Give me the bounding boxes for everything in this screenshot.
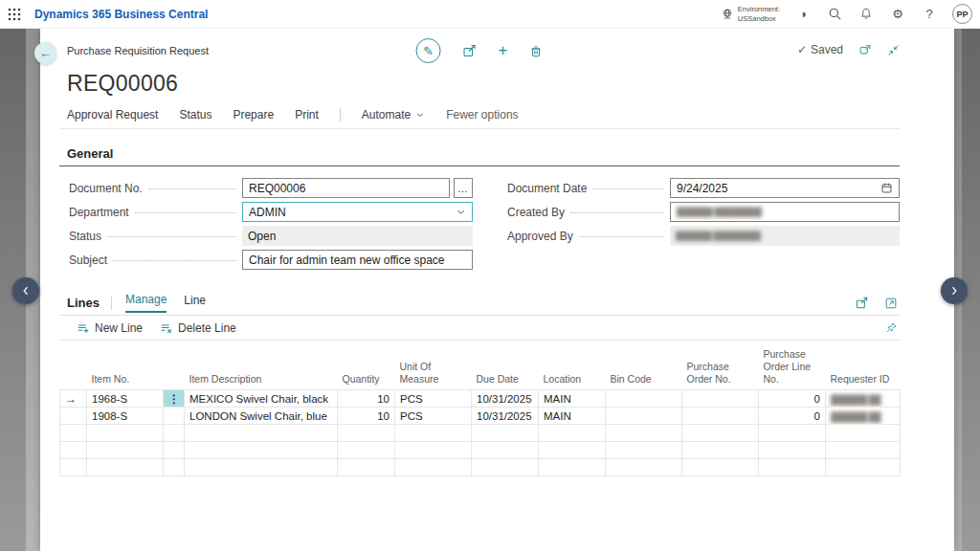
col-header-bin_code[interactable]: Bin Code [606, 346, 682, 390]
cell-selector[interactable] [60, 442, 87, 459]
notifications-icon[interactable] [858, 6, 875, 23]
cell-quantity[interactable]: 10 [338, 390, 395, 408]
cell-location[interactable] [539, 459, 606, 476]
cell-bin_code[interactable] [606, 459, 682, 476]
col-header-po_line_no[interactable]: Purchase Order Line No. [759, 346, 826, 390]
cell-description[interactable] [185, 425, 338, 442]
action-approval-request[interactable]: Approval Request [67, 108, 158, 121]
cell-quantity[interactable]: 10 [338, 408, 395, 425]
subject-input[interactable]: Chair for admin team new office space [242, 250, 473, 270]
cell-bin_code[interactable] [606, 390, 682, 408]
new-line-button[interactable]: New Line [77, 321, 143, 335]
cell-item_no[interactable] [87, 459, 164, 476]
open-in-new-window-icon[interactable] [858, 43, 872, 56]
col-header-uom[interactable]: Unit Of Measure [395, 346, 472, 390]
col-header-item_no[interactable]: Item No. [87, 346, 164, 390]
cell-requester_id[interactable]: ██████ ██ [826, 390, 901, 408]
cell-uom[interactable] [395, 442, 472, 459]
cell-po_line_no[interactable]: 0 [759, 408, 826, 425]
tab-line[interactable]: Line [184, 294, 206, 312]
search-icon[interactable] [826, 6, 843, 23]
col-header-requester_id[interactable]: Requester ID [826, 346, 901, 390]
cell-due_date[interactable]: 10/31/2025 [472, 408, 539, 425]
app-launcher-icon[interactable] [0, 0, 29, 29]
cell-uom[interactable] [395, 459, 472, 476]
cell-requester_id[interactable] [826, 425, 901, 442]
col-header-due_date[interactable]: Due Date [472, 346, 539, 390]
cell-description[interactable]: MEXICO Swivel Chair, black [185, 390, 338, 408]
table-row-empty[interactable] [60, 442, 901, 459]
back-button[interactable]: ← [34, 42, 56, 64]
copilot-icon[interactable]: ◑ [794, 6, 812, 23]
cell-po_line_no[interactable]: 0 [759, 390, 826, 408]
next-record-button[interactable] [941, 277, 968, 304]
cell-bin_code[interactable] [606, 425, 682, 442]
app-title[interactable]: Dynamics 365 Business Central [34, 8, 208, 21]
col-header-po_no[interactable]: Purchase Order No. [682, 346, 759, 390]
cell-options[interactable] [164, 459, 185, 476]
cell-due_date[interactable] [472, 459, 539, 476]
delete-button[interactable] [528, 44, 543, 58]
cell-po_no[interactable] [682, 442, 759, 459]
share-button[interactable] [462, 43, 478, 58]
cell-location[interactable]: MAIN [539, 390, 606, 408]
table-row-empty[interactable] [60, 459, 901, 476]
cell-uom[interactable] [395, 425, 472, 442]
cell-item_no[interactable] [87, 425, 164, 442]
cell-po_no[interactable] [682, 459, 759, 476]
share-lines-icon[interactable] [855, 296, 869, 310]
cell-item_no[interactable] [87, 442, 164, 459]
action-automate[interactable]: Automate [362, 108, 425, 121]
settings-icon[interactable]: ⚙ [889, 6, 906, 23]
new-button[interactable]: + [499, 41, 508, 60]
table-row-empty[interactable] [60, 425, 901, 442]
document-date-input[interactable]: 9/24/2025 [670, 178, 900, 198]
cell-po_no[interactable] [682, 425, 759, 442]
cell-quantity[interactable] [338, 442, 395, 459]
cell-due_date[interactable] [472, 442, 539, 459]
cell-po_line_no[interactable] [759, 459, 826, 476]
cell-options[interactable]: ⋮ [164, 390, 185, 408]
action-status[interactable]: Status [179, 108, 212, 121]
col-header-description[interactable]: Item Description [185, 346, 338, 390]
cell-item_no[interactable]: 1968-S [87, 390, 164, 408]
cell-description[interactable] [185, 459, 338, 476]
help-icon[interactable]: ? [921, 6, 938, 23]
cell-location[interactable] [539, 425, 606, 442]
cell-po_line_no[interactable] [759, 425, 826, 442]
cell-uom[interactable]: PCS [395, 408, 472, 425]
action-prepare[interactable]: Prepare [233, 108, 274, 121]
cell-options[interactable] [164, 442, 185, 459]
general-section-header[interactable]: General [59, 143, 900, 166]
open-in-excel-icon[interactable] [884, 296, 898, 310]
department-select[interactable]: ADMIN [242, 202, 473, 222]
cell-item_no[interactable]: 1908-S [87, 408, 164, 425]
action-fewer-options[interactable]: Fewer options [446, 108, 518, 121]
previous-record-button[interactable] [12, 277, 39, 304]
col-header-options[interactable] [164, 346, 185, 390]
cell-po_no[interactable] [682, 390, 759, 408]
pin-icon[interactable] [885, 321, 900, 334]
created-by-input[interactable]: ██████ ████████ [670, 202, 900, 222]
tab-manage[interactable]: Manage [125, 293, 167, 313]
cell-uom[interactable]: PCS [395, 390, 472, 408]
cell-description[interactable]: LONDON Swivel Chair, blue [185, 408, 338, 425]
cell-due_date[interactable]: 10/31/2025 [472, 390, 539, 408]
cell-bin_code[interactable] [606, 442, 682, 459]
cell-selector[interactable] [60, 425, 87, 442]
cell-po_no[interactable] [682, 408, 759, 425]
environment-indicator[interactable]: Environment: USSandbox [721, 5, 780, 23]
cell-options[interactable] [164, 408, 185, 425]
action-print[interactable]: Print [295, 108, 319, 121]
col-header-location[interactable]: Location [539, 346, 606, 390]
edit-button[interactable]: ✎ [416, 38, 441, 63]
cell-requester_id[interactable]: ██████ ██ [826, 408, 901, 425]
lines-section-header[interactable]: Lines [59, 296, 100, 310]
cell-selector[interactable]: → [60, 390, 87, 408]
cell-selector[interactable] [60, 459, 87, 476]
cell-requester_id[interactable] [826, 442, 901, 459]
delete-line-button[interactable]: Delete Line [160, 321, 236, 335]
document-no-assist-button[interactable]: … [454, 178, 473, 198]
cell-selector[interactable] [60, 408, 87, 425]
avatar[interactable]: PP [952, 4, 972, 24]
